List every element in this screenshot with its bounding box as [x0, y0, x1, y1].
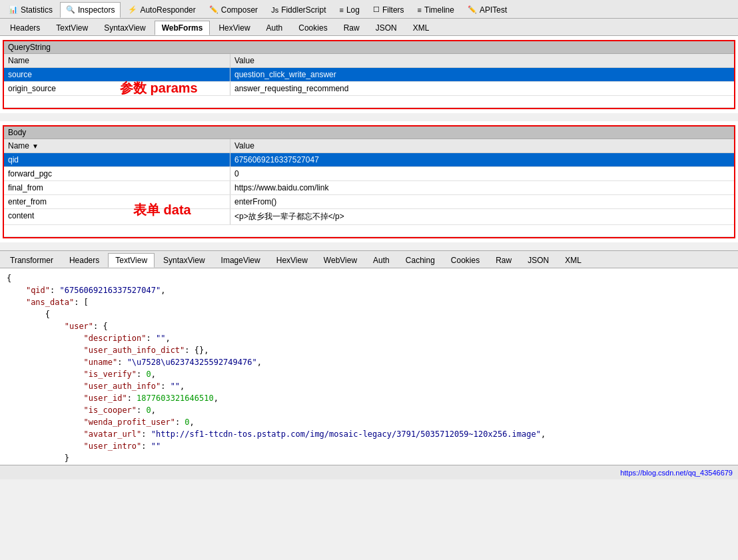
subtab-json[interactable]: JSON	[368, 21, 404, 35]
spacer-1	[0, 113, 738, 121]
querystring-name-source: source	[4, 68, 230, 81]
fiddlerscript-icon: Js	[271, 6, 278, 14]
tab-apitest[interactable]: ✏️ APITest	[462, 2, 513, 18]
body-value-forward-pgc: 0	[230, 167, 734, 180]
tab-statistics[interactable]: 📊 Statistics	[3, 2, 59, 18]
resp-tab-syntaxview[interactable]: SyntaxView	[156, 253, 212, 268]
resp-tab-transformer[interactable]: Transformer	[3, 253, 61, 268]
composer-icon: ✏️	[209, 5, 218, 14]
response-tabs: Transformer Headers TextView SyntaxView …	[0, 251, 738, 268]
querystring-row-source[interactable]: source question_click_write_answer	[4, 68, 734, 82]
apitest-icon: ✏️	[468, 5, 477, 14]
resp-tab-headers[interactable]: Headers	[62, 253, 107, 268]
subtab-syntaxview[interactable]: SyntaxView	[97, 21, 153, 35]
querystring-table-header: Name Value	[4, 54, 734, 68]
toolbar: 📊 Statistics 🔍 Inspectors ⚡ AutoResponde…	[0, 0, 738, 19]
timeline-icon: ≡	[418, 6, 422, 14]
querystring-name-origin-source: origin_source	[4, 82, 230, 95]
json-content-area[interactable]: { "qid": "6756069216337527047", "ans_dat…	[0, 268, 738, 465]
filters-icon: ☐	[373, 5, 380, 14]
resp-tab-cookies[interactable]: Cookies	[444, 253, 487, 268]
body-name-content: content	[4, 209, 230, 224]
body-name-enter-from: enter_from	[4, 195, 230, 208]
body-row-content[interactable]: content <p>故乡我一辈子都忘不掉</p>	[4, 209, 734, 225]
tab-log[interactable]: ≡ Log	[333, 2, 365, 18]
statistics-icon: 📊	[9, 5, 18, 14]
body-value-content: <p>故乡我一辈子都忘不掉</p>	[230, 209, 734, 224]
resp-tab-caching[interactable]: Caching	[398, 253, 442, 268]
tab-filters[interactable]: ☐ Filters	[367, 2, 410, 18]
body-value-final-from: https://www.baidu.com/link	[230, 181, 734, 194]
body-header: Body	[4, 127, 734, 139]
resp-tab-auth[interactable]: Auth	[366, 253, 397, 268]
body-value-enter-from: enterFrom()	[230, 195, 734, 208]
body-col-value: Value	[230, 139, 734, 152]
body-value-qid: 6756069216337527047	[230, 153, 734, 166]
body-row-forward-pgc[interactable]: forward_pgc 0	[4, 167, 734, 181]
querystring-section: QueryString Name Value source question_c…	[3, 40, 735, 109]
subtab-webforms[interactable]: WebForms	[155, 21, 210, 35]
body-row-enter-from[interactable]: enter_from enterFrom()	[4, 195, 734, 209]
resp-tab-hexview[interactable]: HexView	[269, 253, 315, 268]
resp-tab-imageview[interactable]: ImageView	[214, 253, 268, 268]
subtab-headers[interactable]: Headers	[3, 21, 47, 35]
dropdown-arrow-icon: ▼	[32, 142, 39, 150]
body-row-qid[interactable]: qid 6756069216337527047	[4, 153, 734, 167]
tab-autoresponder[interactable]: ⚡ AutoResponder	[122, 2, 201, 18]
querystring-row-origin-source[interactable]: origin_source answer_requesting_recommen…	[4, 82, 734, 96]
resp-tab-json[interactable]: JSON	[520, 253, 556, 268]
resp-tab-xml[interactable]: XML	[557, 253, 589, 268]
querystring-col-name: Name	[4, 54, 230, 67]
querystring-empty-row	[4, 96, 734, 108]
body-empty-row	[4, 225, 734, 237]
subtab-auth[interactable]: Auth	[259, 21, 290, 35]
tab-composer[interactable]: ✏️ Composer	[203, 2, 264, 18]
tab-fiddlerscript[interactable]: Js FiddlerScript	[265, 2, 332, 18]
sub-tabs: Headers TextView SyntaxView WebForms Hex…	[0, 19, 738, 36]
body-name-qid: qid	[4, 153, 230, 166]
body-name-forward-pgc: forward_pgc	[4, 167, 230, 180]
subtab-hexview[interactable]: HexView	[211, 21, 257, 35]
body-name-final-from: final_from	[4, 181, 230, 194]
querystring-value-source: question_click_write_answer	[230, 68, 734, 81]
body-table-header: Name ▼ Value	[4, 139, 734, 153]
autoresponder-icon: ⚡	[128, 5, 137, 14]
resp-tab-textview[interactable]: TextView	[108, 253, 155, 268]
main-content: QueryString Name Value source question_c…	[0, 36, 738, 250]
spacer-2	[0, 242, 738, 250]
status-bar: https://blog.csdn.net/qq_43546679	[0, 465, 738, 479]
tab-timeline[interactable]: ≡ Timeline	[412, 2, 460, 18]
status-url: https://blog.csdn.net/qq_43546679	[620, 469, 733, 477]
querystring-header: QueryString	[4, 41, 734, 54]
resp-tab-webview[interactable]: WebView	[316, 253, 364, 268]
body-row-final-from[interactable]: final_from https://www.baidu.com/link	[4, 181, 734, 195]
log-icon: ≡	[339, 6, 343, 14]
subtab-textview[interactable]: TextView	[49, 21, 95, 35]
subtab-xml[interactable]: XML	[406, 21, 437, 35]
resp-tab-raw[interactable]: Raw	[488, 253, 519, 268]
bottom-area: Transformer Headers TextView SyntaxView …	[0, 250, 738, 479]
tab-inspectors[interactable]: 🔍 Inspectors	[60, 2, 121, 18]
body-section: Body Name ▼ Value qid 675606921633752704…	[3, 125, 735, 238]
body-col-name: Name ▼	[4, 139, 230, 152]
querystring-col-value: Value	[230, 54, 734, 67]
inspectors-icon: 🔍	[66, 5, 75, 14]
subtab-raw[interactable]: Raw	[336, 21, 367, 35]
subtab-cookies[interactable]: Cookies	[291, 21, 334, 35]
querystring-value-origin-source: answer_requesting_recommend	[230, 82, 734, 95]
